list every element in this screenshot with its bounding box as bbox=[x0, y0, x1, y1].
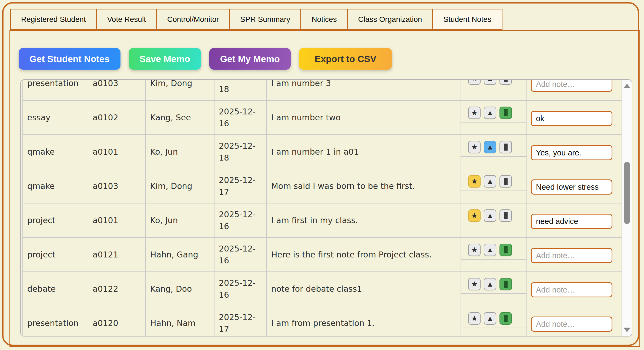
bar-icon bbox=[504, 246, 508, 253]
cell-memo bbox=[527, 203, 622, 237]
up-flag-button[interactable]: ▲ bbox=[484, 175, 496, 188]
vertical-scrollbar[interactable] bbox=[622, 80, 632, 336]
tab-notices[interactable]: Notices bbox=[300, 9, 348, 30]
cell-class-name: presentation bbox=[23, 79, 88, 100]
table-row: essay a0102 Kang, See 2025-12-16 I am nu… bbox=[22, 101, 622, 135]
star-flag-button[interactable]: ★ bbox=[468, 278, 481, 290]
cell-memo bbox=[527, 169, 622, 203]
cell-memo bbox=[527, 135, 622, 169]
cell-memo bbox=[527, 238, 622, 271]
flag-cell-divider bbox=[461, 122, 526, 123]
star-icon: ★ bbox=[471, 314, 478, 323]
memo-input[interactable] bbox=[531, 79, 612, 92]
cell-memo bbox=[527, 306, 622, 337]
scrollbar-thumb[interactable] bbox=[624, 162, 630, 224]
tab-spr-summary[interactable]: SPR Summary bbox=[229, 9, 301, 30]
flag-cell-divider bbox=[461, 191, 526, 191]
cell-flags: ★ ▲ bbox=[461, 169, 527, 203]
star-icon: ★ bbox=[471, 211, 478, 220]
flag-button-group: ★ ▲ bbox=[461, 238, 526, 256]
flag-button-group: ★ ▲ bbox=[461, 306, 526, 325]
cell-note-text: I am from presentation 1. bbox=[267, 306, 461, 337]
table-row: qmake a0103 Kim, Dong 2025-12-17 Mom sai… bbox=[22, 169, 622, 203]
level-flag-button[interactable] bbox=[499, 312, 512, 325]
memo-input[interactable] bbox=[531, 179, 612, 195]
cell-flags: ★ ▲ bbox=[461, 306, 527, 337]
scroll-up-arrow-icon[interactable] bbox=[623, 84, 630, 88]
get-student-notes-button[interactable]: Get Student Notes bbox=[19, 48, 120, 70]
cell-note-text: Here is the first note from Project clas… bbox=[267, 238, 461, 271]
cell-class-name: presentation bbox=[23, 306, 88, 337]
cell-note-text: I am first in my class. bbox=[267, 203, 461, 237]
triangle-up-icon: ▲ bbox=[487, 109, 494, 117]
star-flag-button[interactable]: ★ bbox=[468, 312, 481, 325]
up-flag-button[interactable]: ▲ bbox=[484, 312, 496, 325]
level-flag-button[interactable] bbox=[499, 278, 512, 290]
app-window-frame: Registered StudentVote ResultControl/Mon… bbox=[2, 2, 639, 346]
star-icon: ★ bbox=[471, 246, 478, 254]
app-background: { "tabs": { "items": [ {"label": "Regist… bbox=[0, 0, 644, 350]
cell-note-text: Mom said I was born to be the first. bbox=[267, 169, 461, 203]
memo-input[interactable] bbox=[531, 145, 612, 160]
bar-icon bbox=[504, 315, 508, 322]
cell-student-id: a0120 bbox=[88, 306, 146, 337]
up-flag-button[interactable]: ▲ bbox=[484, 244, 496, 256]
save-memo-button[interactable]: Save Memo bbox=[129, 48, 201, 70]
notes-table: presentation a0103 Kim, Dong 2025-12-18 … bbox=[22, 79, 622, 337]
cell-date: 2025-12-16 bbox=[214, 238, 267, 271]
level-flag-button[interactable] bbox=[499, 141, 512, 153]
cell-student-name: Kang, See bbox=[146, 101, 214, 134]
tab-class-organization[interactable]: Class Organization bbox=[347, 9, 433, 30]
tab-student-notes[interactable]: Student Notes bbox=[432, 9, 502, 30]
cell-memo bbox=[527, 272, 622, 306]
cell-student-id: a0122 bbox=[88, 272, 146, 306]
notes-table-viewport: presentation a0103 Kim, Dong 2025-12-18 … bbox=[20, 79, 632, 337]
up-flag-button[interactable]: ▲ bbox=[484, 79, 496, 85]
up-flag-button[interactable]: ▲ bbox=[484, 209, 496, 222]
cell-student-name: Ko, Jun bbox=[146, 203, 214, 237]
star-flag-button[interactable]: ★ bbox=[468, 141, 481, 153]
star-flag-button[interactable]: ★ bbox=[468, 244, 481, 256]
memo-input[interactable] bbox=[531, 282, 612, 297]
memo-input[interactable] bbox=[531, 317, 612, 332]
cell-flags: ★ ▲ bbox=[461, 238, 527, 271]
get-my-memo-button[interactable]: Get My Memo bbox=[209, 48, 291, 70]
up-flag-button[interactable]: ▲ bbox=[484, 278, 496, 290]
level-flag-button[interactable] bbox=[499, 107, 512, 119]
flag-cell-divider bbox=[461, 293, 526, 294]
bar-icon bbox=[504, 144, 508, 151]
table-row: presentation a0120 Hahn, Nam 2025-12-17 … bbox=[22, 306, 622, 337]
scroll-down-arrow-icon[interactable] bbox=[623, 328, 630, 332]
cell-student-id: a0103 bbox=[88, 169, 146, 203]
star-flag-button[interactable]: ★ bbox=[468, 209, 481, 222]
cell-flags: ★ ▲ bbox=[461, 101, 527, 134]
level-flag-button[interactable] bbox=[499, 79, 512, 85]
up-flag-button[interactable]: ▲ bbox=[484, 141, 496, 153]
up-flag-button[interactable]: ▲ bbox=[484, 107, 496, 119]
tab-vote-result[interactable]: Vote Result bbox=[96, 9, 157, 30]
star-icon: ★ bbox=[471, 177, 478, 186]
memo-input[interactable] bbox=[531, 214, 612, 229]
cell-date: 2025-12-18 bbox=[214, 79, 267, 100]
cell-date: 2025-12-16 bbox=[214, 203, 267, 237]
memo-input[interactable] bbox=[531, 248, 612, 263]
triangle-up-icon: ▲ bbox=[487, 314, 494, 323]
memo-input[interactable] bbox=[531, 111, 612, 126]
tab-registered-student[interactable]: Registered Student bbox=[10, 9, 97, 30]
export-to-csv-button[interactable]: Export to CSV bbox=[299, 48, 392, 70]
tab-control-monitor[interactable]: Control/Monitor bbox=[156, 9, 230, 30]
level-flag-button[interactable] bbox=[499, 244, 512, 256]
cell-class-name: project bbox=[23, 238, 88, 271]
flag-cell-divider bbox=[461, 88, 526, 88]
star-flag-button[interactable]: ★ bbox=[468, 79, 481, 85]
table-row: project a0101 Ko, Jun 2025-12-16 I am fi… bbox=[22, 203, 622, 238]
star-flag-button[interactable]: ★ bbox=[468, 175, 481, 188]
star-flag-button[interactable]: ★ bbox=[468, 107, 481, 119]
triangle-up-icon: ▲ bbox=[487, 79, 494, 83]
level-flag-button[interactable] bbox=[499, 175, 512, 188]
cell-student-name: Kim, Dong bbox=[146, 79, 214, 100]
cell-note-text: I am number 1 in a01 bbox=[267, 135, 461, 169]
flag-button-group: ★ ▲ bbox=[461, 169, 526, 188]
flag-cell-divider bbox=[461, 259, 526, 260]
level-flag-button[interactable] bbox=[499, 209, 512, 222]
